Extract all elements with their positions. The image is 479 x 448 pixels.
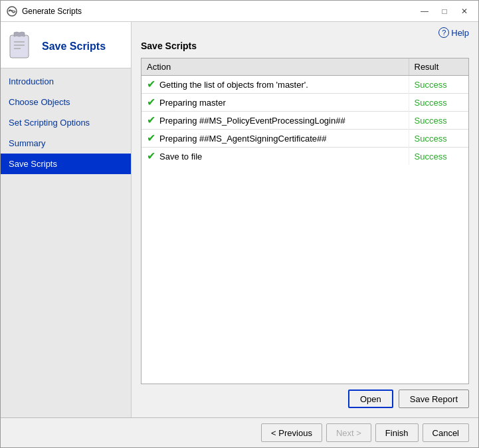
action-text: Getting the list of objects from 'master… [159, 80, 308, 90]
help-icon: ? [438, 27, 449, 38]
previous-button[interactable]: < Previous [261, 423, 322, 442]
action-cell: ✔ Preparing master [142, 94, 409, 112]
column-result: Result [409, 58, 468, 76]
sidebar-item-introduction[interactable]: Introduction [1, 71, 131, 92]
column-action: Action [142, 58, 409, 76]
table-buttons: Open Save Report [141, 384, 469, 411]
result-cell: Success [409, 112, 468, 130]
action-cell: ✔ Save to file [142, 148, 409, 166]
section-title: Save Scripts [141, 41, 469, 51]
finish-button[interactable]: Finish [375, 423, 419, 442]
success-icon: ✔ [147, 97, 155, 108]
sidebar-header: Save Scripts [1, 22, 131, 68]
minimize-button[interactable]: — [416, 5, 433, 18]
app-icon [6, 5, 18, 17]
sidebar-item-summary[interactable]: Summary [1, 133, 131, 154]
result-text: Success [415, 116, 447, 126]
action-text: Preparing master [159, 98, 226, 108]
table-header-row: Action Result [142, 58, 468, 76]
sidebar-item-save-scripts[interactable]: Save Scripts [1, 154, 131, 174]
table-row: ✔ Preparing ##MS_AgentSigningCertificate… [142, 130, 468, 148]
main-body: Save Scripts Action Result ✔ Getting the… [132, 41, 478, 417]
svg-rect-1 [10, 35, 29, 58]
maximize-button[interactable]: □ [436, 5, 453, 18]
result-text: Success [415, 80, 447, 90]
save-report-button[interactable]: Save Report [399, 390, 469, 408]
success-icon: ✔ [147, 151, 155, 162]
action-cell: ✔ Preparing ##MS_PolicyEventProcessingLo… [142, 112, 409, 130]
close-button[interactable]: ✕ [456, 5, 473, 18]
action-cell: ✔ Preparing ##MS_AgentSigningCertificate… [142, 130, 409, 148]
sidebar-header-icon [7, 31, 35, 61]
cancel-button[interactable]: Cancel [423, 423, 469, 442]
content-area: Save Scripts Introduction Choose Objects… [1, 22, 478, 417]
main-content: ? Help Save Scripts Action Result [132, 22, 478, 417]
sidebar-item-choose-objects[interactable]: Choose Objects [1, 92, 131, 112]
bottom-bar: < Previous Next > Finish Cancel [1, 417, 478, 447]
action-text: Preparing ##MS_AgentSigningCertificate## [159, 134, 327, 144]
result-cell: Success [409, 76, 468, 94]
results-table-container: Action Result ✔ Getting the list of obje… [141, 58, 469, 384]
main-window: Generate Scripts — □ ✕ Save Scripts [0, 0, 479, 448]
action-text: Preparing ##MS_PolicyEventProcessingLogi… [159, 116, 345, 126]
main-header: ? Help [132, 22, 478, 41]
sidebar: Save Scripts Introduction Choose Objects… [1, 22, 132, 417]
results-table: Action Result ✔ Getting the list of obje… [142, 58, 468, 165]
success-icon: ✔ [147, 133, 155, 144]
result-cell: Success [409, 148, 468, 166]
window-title: Generate Scripts [22, 7, 416, 16]
title-bar: Generate Scripts — □ ✕ [1, 1, 478, 22]
success-icon: ✔ [147, 79, 155, 90]
table-row: ✔ Getting the list of objects from 'mast… [142, 76, 468, 94]
action-cell: ✔ Getting the list of objects from 'mast… [142, 76, 409, 94]
help-label: Help [451, 28, 469, 38]
table-row: ✔ Save to file Success [142, 148, 468, 166]
sidebar-title: Save Scripts [42, 41, 106, 53]
result-text: Success [415, 152, 447, 162]
help-link[interactable]: ? Help [438, 27, 469, 38]
table-row: ✔ Preparing ##MS_PolicyEventProcessingLo… [142, 112, 468, 130]
action-text: Save to file [159, 152, 202, 162]
open-button[interactable]: Open [348, 390, 393, 408]
sidebar-item-set-scripting-options[interactable]: Set Scripting Options [1, 112, 131, 133]
sidebar-nav: Introduction Choose Objects Set Scriptin… [1, 68, 131, 417]
success-icon: ✔ [147, 115, 155, 126]
result-text: Success [415, 98, 447, 108]
result-text: Success [415, 134, 447, 144]
result-cell: Success [409, 130, 468, 148]
result-cell: Success [409, 94, 468, 112]
window-controls: — □ ✕ [416, 5, 473, 18]
next-button[interactable]: Next > [326, 423, 371, 442]
table-row: ✔ Preparing master Success [142, 94, 468, 112]
